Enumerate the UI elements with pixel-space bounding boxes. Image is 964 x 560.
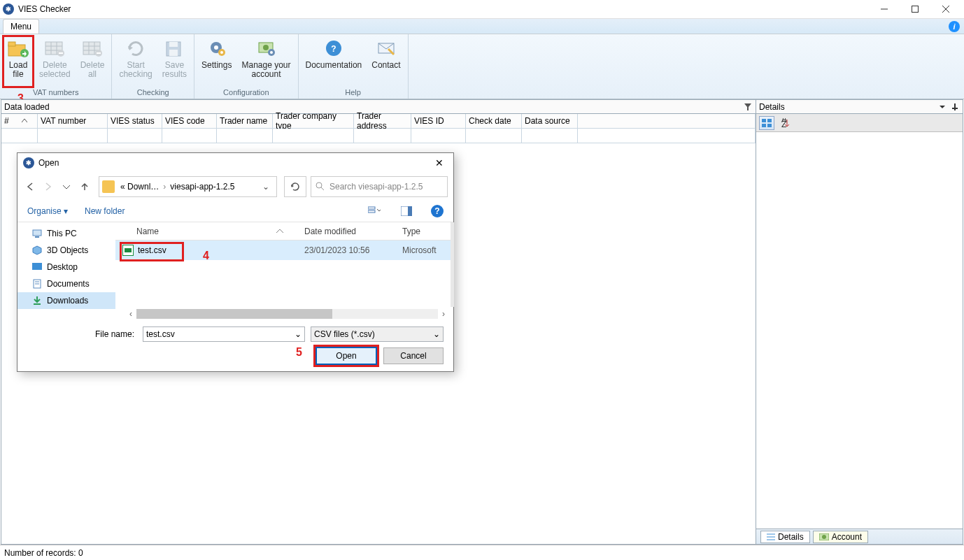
desktop-icon bbox=[31, 261, 43, 273]
contact-button[interactable]: Contact bbox=[367, 36, 404, 87]
info-icon[interactable]: i bbox=[949, 21, 960, 32]
folder-tree[interactable]: This PC 3D Objects Desktop Documents Dow… bbox=[17, 222, 115, 321]
load-file-button[interactable]: Load file bbox=[3, 36, 34, 87]
col-num[interactable]: # bbox=[1, 114, 38, 128]
file-name-input[interactable]: test.csv⌄ bbox=[143, 326, 305, 342]
table-delete-all-icon bbox=[81, 37, 104, 59]
svg-point-49 bbox=[316, 182, 322, 188]
col-check-date[interactable]: Check date bbox=[466, 114, 522, 128]
start-checking-button[interactable]: Start checking bbox=[115, 36, 156, 87]
mail-icon bbox=[375, 37, 397, 59]
col-trader-address[interactable]: Trader address bbox=[354, 114, 411, 128]
dialog-close-button[interactable]: ✕ bbox=[431, 155, 448, 171]
details-header: Details bbox=[756, 100, 963, 114]
new-folder-button[interactable]: New folder bbox=[85, 206, 125, 216]
nav-forward-button[interactable] bbox=[41, 180, 55, 194]
grid-header: # VAT number VIES status VIES code Trade… bbox=[1, 114, 756, 129]
svg-rect-37 bbox=[954, 109, 956, 110]
chevron-down-icon[interactable]: ⌄ bbox=[433, 329, 440, 339]
folder-icon bbox=[102, 180, 115, 193]
maximize-button[interactable] bbox=[900, 1, 930, 17]
details-pane: Details AZ Details Account bbox=[756, 100, 963, 544]
svg-rect-40 bbox=[762, 124, 766, 127]
ribbon-group-label: Checking bbox=[112, 87, 194, 99]
preview-pane-button[interactable] bbox=[399, 203, 414, 219]
breadcrumb-item[interactable]: viesapi-app-1.2.5 bbox=[167, 182, 237, 192]
grid-filter-row bbox=[1, 129, 756, 143]
col-spare bbox=[578, 114, 756, 128]
details-content bbox=[756, 132, 963, 529]
annotation-4: 4 bbox=[203, 250, 209, 262]
col-data-source[interactable]: Data source bbox=[522, 114, 578, 128]
pc-icon bbox=[31, 228, 43, 239]
col-trader-name[interactable]: Trader name bbox=[217, 114, 273, 128]
svg-rect-22 bbox=[169, 42, 178, 47]
file-list-header: Name Date modified Type bbox=[115, 222, 453, 240]
svg-rect-5 bbox=[8, 42, 15, 46]
ribbon-group-configuration: Settings Manage your account Configurati… bbox=[194, 34, 298, 99]
tree-scrollbar[interactable] bbox=[451, 222, 454, 307]
nav-recent-button[interactable] bbox=[59, 180, 73, 194]
refresh-button[interactable] bbox=[284, 176, 306, 197]
svg-rect-36 bbox=[952, 108, 958, 109]
scroll-right-icon[interactable]: › bbox=[438, 309, 449, 319]
window-title: VIES Checker bbox=[18, 4, 869, 14]
annotation-box-4 bbox=[120, 242, 184, 261]
close-button[interactable] bbox=[930, 1, 961, 17]
scroll-left-icon[interactable]: ‹ bbox=[125, 309, 136, 319]
tree-node-3d-objects[interactable]: 3D Objects bbox=[17, 242, 115, 259]
chevron-right-icon: › bbox=[162, 182, 167, 192]
tree-node-downloads[interactable]: Downloads bbox=[17, 292, 115, 309]
filecol-date[interactable]: Date modified bbox=[297, 227, 395, 236]
settings-button[interactable]: Settings bbox=[197, 36, 236, 87]
svg-point-48 bbox=[822, 535, 826, 539]
filecol-type[interactable]: Type bbox=[395, 227, 453, 236]
tab-account[interactable]: Account bbox=[813, 531, 868, 543]
col-company-type[interactable]: Trader company type bbox=[273, 114, 354, 128]
col-vies-code[interactable]: VIES code bbox=[162, 114, 217, 128]
menu-tab[interactable]: Menu bbox=[3, 19, 39, 34]
documentation-button[interactable]: ? Documentation bbox=[302, 36, 367, 87]
col-vies-id[interactable]: VIES ID bbox=[411, 114, 466, 128]
delete-selected-button[interactable]: Delete selected bbox=[35, 36, 75, 87]
svg-rect-56 bbox=[35, 236, 39, 238]
breadcrumb-item[interactable]: « Downl… bbox=[118, 182, 162, 192]
details-bottom-tabs: Details Account bbox=[756, 529, 963, 544]
annotation-5: 5 bbox=[296, 346, 302, 359]
organise-button[interactable]: Organise ▾ bbox=[27, 206, 68, 216]
search-input[interactable]: Search viesapi-app-1.2.5 bbox=[311, 176, 448, 197]
col-vies-status[interactable]: VIES status bbox=[108, 114, 162, 128]
details-toolbar: AZ bbox=[756, 114, 963, 132]
tree-node-desktop[interactable]: Desktop bbox=[17, 259, 115, 275]
svg-rect-54 bbox=[408, 206, 412, 216]
sort-button[interactable]: AZ bbox=[777, 116, 793, 130]
svg-rect-51 bbox=[368, 207, 375, 209]
ribbon-group-label: Help bbox=[299, 87, 408, 99]
cancel-button[interactable]: Cancel bbox=[383, 347, 444, 364]
save-results-button[interactable]: Save results bbox=[158, 36, 191, 87]
breadcrumb[interactable]: « Downl… › viesapi-app-1.2.5 ⌄ bbox=[99, 176, 277, 197]
chevron-down-icon[interactable]: ⌄ bbox=[258, 182, 274, 192]
help-icon: ? bbox=[322, 37, 345, 59]
file-type-filter[interactable]: CSV files (*.csv)⌄ bbox=[311, 326, 444, 342]
pin-icon[interactable] bbox=[950, 102, 960, 112]
tree-node-this-pc[interactable]: This PC bbox=[17, 225, 115, 242]
minimize-button[interactable] bbox=[869, 1, 900, 17]
delete-all-button[interactable]: Delete all bbox=[76, 36, 109, 87]
filter-icon[interactable] bbox=[743, 102, 753, 112]
annotation-box-5 bbox=[313, 345, 379, 367]
col-vat-number[interactable]: VAT number bbox=[38, 114, 108, 128]
dialog-title: Open bbox=[38, 158, 431, 168]
manage-account-button[interactable]: Manage your account bbox=[237, 36, 295, 87]
view-mode-button[interactable] bbox=[367, 203, 382, 219]
horizontal-scrollbar[interactable]: ‹ › bbox=[125, 308, 449, 320]
nav-back-button[interactable] bbox=[23, 180, 37, 194]
tab-details[interactable]: Details bbox=[760, 531, 810, 543]
dropdown-icon[interactable] bbox=[937, 102, 947, 112]
nav-up-button[interactable] bbox=[78, 180, 92, 194]
chevron-down-icon[interactable]: ⌄ bbox=[295, 329, 302, 339]
tree-node-documents[interactable]: Documents bbox=[17, 275, 115, 292]
filecol-name[interactable]: Name bbox=[115, 227, 297, 236]
help-icon[interactable]: ? bbox=[431, 205, 444, 217]
categorize-button[interactable] bbox=[759, 116, 774, 130]
